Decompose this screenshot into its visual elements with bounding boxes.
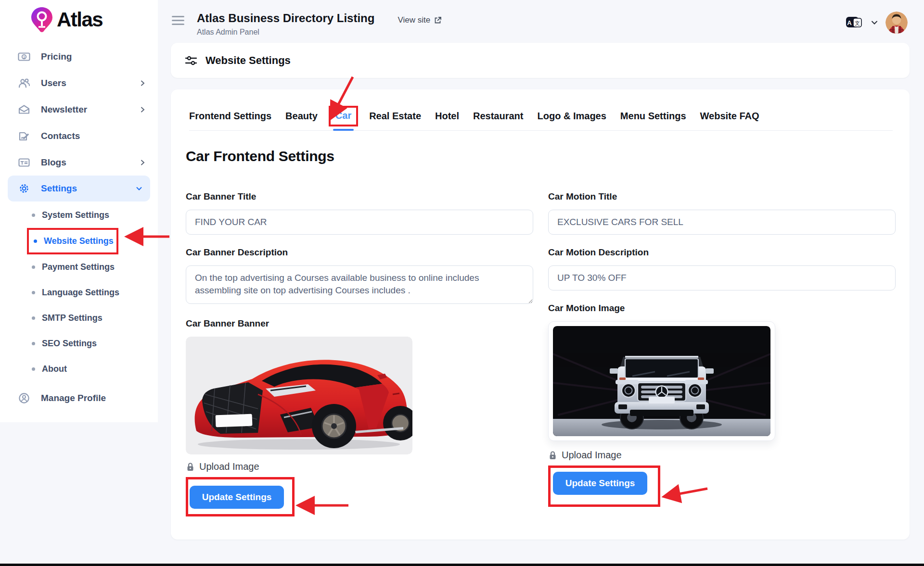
- bullet-dot: [34, 239, 37, 243]
- update-settings-button-right[interactable]: Update Settings: [553, 472, 647, 495]
- annotation-box-update-settings-left: Update Settings: [186, 477, 295, 516]
- brand-name: Atlas: [57, 8, 103, 31]
- submenu-item-about[interactable]: About: [0, 356, 158, 382]
- chevron-down-icon[interactable]: [870, 18, 879, 27]
- page-title: Atlas Business Directory Listing: [197, 12, 374, 25]
- sidebar-item-newsletter[interactable]: Newsletter: [0, 96, 158, 123]
- chevron-right-icon: [139, 79, 146, 87]
- sidebar-item-label: Newsletter: [41, 104, 87, 115]
- newsletter-icon: [18, 104, 30, 115]
- bullet-dot: [32, 342, 35, 345]
- car-banner-image: [186, 337, 412, 454]
- settings-submenu: System Settings Website Settings Payment…: [0, 202, 158, 382]
- bullet-dot: [32, 291, 35, 294]
- translate-icon[interactable]: A 文: [845, 15, 863, 30]
- submenu-label: Language Settings: [42, 288, 119, 298]
- website-settings-card: Website Settings: [171, 43, 910, 78]
- svg-text:文: 文: [855, 20, 860, 26]
- contacts-icon: [18, 131, 30, 141]
- annotation-box-update-settings-right: Update Settings: [548, 465, 660, 507]
- car-banner-title-input[interactable]: [186, 210, 533, 235]
- frontend-settings-card: Frontend Settings Beauty Car Real Estate…: [171, 89, 910, 540]
- blogs-icon: [18, 157, 30, 168]
- update-settings-button-left[interactable]: Update Settings: [190, 486, 284, 509]
- tab-real-estate[interactable]: Real Estate: [369, 111, 421, 130]
- car-motion-image: [553, 326, 770, 436]
- tab-website-faq[interactable]: Website FAQ: [700, 111, 759, 130]
- car-banner-description-textarea[interactable]: On the top advertising a Courses availab…: [186, 265, 533, 304]
- car-motion-description-input[interactable]: [548, 265, 896, 290]
- sidebar-item-label: Pricing: [41, 51, 72, 62]
- screen-edge-bar: [0, 564, 924, 566]
- user-avatar[interactable]: [886, 12, 908, 34]
- car-motion-title-input[interactable]: [548, 210, 896, 235]
- atlas-pin-icon: [31, 7, 53, 33]
- submenu-item-seo-settings[interactable]: SEO Settings: [0, 331, 158, 356]
- submenu-label: SEO Settings: [42, 339, 97, 349]
- annotation-box-car-tab: Car: [329, 106, 358, 126]
- submenu-label: System Settings: [42, 210, 109, 220]
- bullet-dot: [32, 316, 35, 320]
- chevron-right-icon: [139, 159, 146, 166]
- banknote-icon: 1: [18, 51, 30, 62]
- submenu-item-language-settings[interactable]: Language Settings: [0, 280, 158, 305]
- view-site-link[interactable]: View site: [398, 15, 442, 25]
- submenu-item-smtp-settings[interactable]: SMTP Settings: [0, 305, 158, 331]
- sidebar-item-users[interactable]: Users: [0, 70, 158, 96]
- car-banner-description-label: Car Banner Description: [186, 247, 533, 258]
- tab-beauty[interactable]: Beauty: [285, 111, 318, 130]
- hamburger-menu-icon[interactable]: [172, 16, 184, 25]
- sidebar-item-label: Settings: [41, 183, 77, 194]
- sidebar-item-blogs[interactable]: Blogs: [0, 149, 158, 176]
- sidebar-item-label: Users: [41, 78, 66, 88]
- submenu-item-website-settings[interactable]: Website Settings: [29, 230, 114, 252]
- tab-hotel[interactable]: Hotel: [435, 111, 459, 130]
- tab-restaurant[interactable]: Restaurant: [473, 111, 523, 130]
- tab-frontend-settings[interactable]: Frontend Settings: [189, 111, 271, 130]
- sliders-icon: [184, 54, 198, 67]
- section-heading: Car Frontend Settings: [186, 148, 896, 164]
- page-title-block: Atlas Business Directory Listing Atlas A…: [197, 12, 374, 37]
- sidebar-item-settings[interactable]: Settings: [8, 176, 150, 201]
- car-motion-image-frame: [548, 321, 775, 441]
- upload-image-row[interactable]: Upload Image: [548, 450, 896, 461]
- annotation-box-website-settings: Website Settings: [27, 228, 118, 254]
- right-column: Car Motion Title Car Motion Description …: [548, 191, 896, 516]
- sidebar-nav: 1 Pricing Users Newsletter: [0, 43, 158, 404]
- main-content: Atlas Business Directory Listing Atlas A…: [158, 0, 924, 566]
- submenu-item-system-settings[interactable]: System Settings: [0, 202, 158, 228]
- sidebar-item-label: Manage Profile: [41, 393, 106, 403]
- sidebar: Atlas 1 Pricing Users: [0, 0, 158, 422]
- submenu-label: About: [42, 364, 67, 374]
- svg-text:A: A: [847, 19, 852, 26]
- sidebar-item-contacts[interactable]: Contacts: [0, 123, 158, 149]
- chevron-right-icon: [139, 106, 146, 113]
- car-motion-title-label: Car Motion Title: [548, 191, 896, 202]
- upload-image-icon: [548, 451, 557, 460]
- car-motion-description-label: Car Motion Description: [548, 247, 896, 258]
- users-icon: [18, 78, 30, 88]
- gear-icon: [18, 183, 30, 194]
- top-right-cluster: A 文: [845, 12, 908, 34]
- page-subtitle: Atlas Admin Panel: [197, 28, 374, 37]
- sidebar-item-label: Blogs: [41, 157, 66, 168]
- submenu-item-payment-settings[interactable]: Payment Settings: [0, 254, 158, 280]
- tab-car-active[interactable]: Car: [335, 110, 351, 121]
- submenu-label: Payment Settings: [42, 262, 115, 272]
- submenu-label: Website Settings: [44, 236, 114, 246]
- tab-menu-settings[interactable]: Menu Settings: [620, 111, 686, 130]
- tab-logo-images[interactable]: Logo & Images: [538, 111, 606, 130]
- svg-text:1: 1: [23, 54, 25, 59]
- sidebar-item-manage-profile[interactable]: Manage Profile: [0, 386, 158, 404]
- car-banner-title-label: Car Banner Title: [186, 191, 533, 202]
- bullet-dot: [32, 367, 35, 371]
- upload-image-row[interactable]: Upload Image: [186, 461, 533, 472]
- profile-icon: [18, 392, 30, 404]
- car-motion-image-label: Car Motion Image: [548, 303, 896, 314]
- chevron-down-icon: [135, 184, 143, 193]
- bullet-dot: [32, 265, 35, 269]
- brand-logo[interactable]: Atlas: [0, 0, 158, 33]
- sidebar-item-pricing[interactable]: 1 Pricing: [0, 43, 158, 70]
- upload-image-label: Upload Image: [199, 461, 259, 472]
- tab-bar: Frontend Settings Beauty Car Real Estate…: [189, 89, 893, 131]
